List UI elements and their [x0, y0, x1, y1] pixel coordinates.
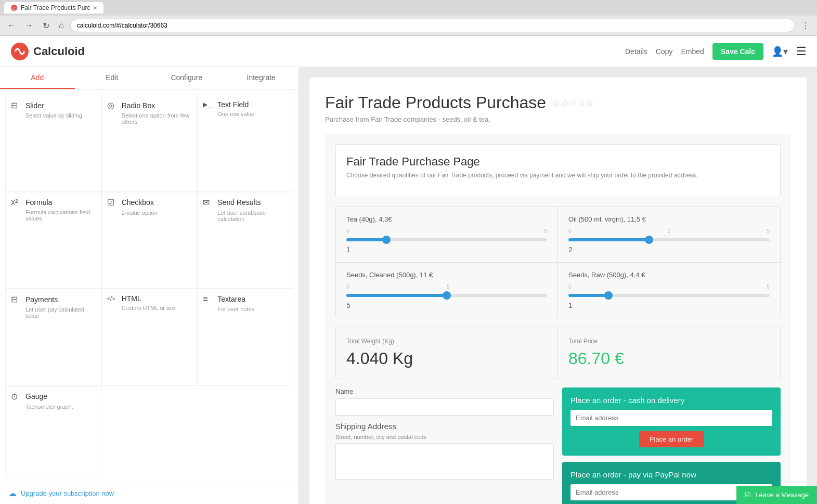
tool-formula[interactable]: x² Formula Formula calculations field va…: [5, 192, 101, 289]
shipping-field-wrapper: Shipping Address Street, number, city an…: [335, 422, 554, 481]
formula-desc: Formula calculations field values: [11, 209, 96, 222]
logo-text: Calculoid: [33, 45, 85, 58]
slider-seeds-raw-track[interactable]: [568, 294, 770, 297]
embed-link[interactable]: Embed: [681, 47, 704, 56]
slider-tea: Tea (40g), 4,3€ 05 1: [336, 207, 558, 263]
browser-tab-close[interactable]: ✕: [93, 5, 97, 11]
slider-seeds-raw-thumb[interactable]: [604, 291, 613, 300]
save-calc-button[interactable]: Save Calc: [712, 43, 763, 60]
payment-cash-button[interactable]: Place an order: [639, 431, 704, 447]
gauge-desc: Tachometer graph.: [11, 404, 96, 410]
slider-seeds-cleaned-track[interactable]: [346, 294, 547, 297]
tool-checkbox[interactable]: ☑ Checkbox 2-value option: [101, 192, 198, 289]
tool-html[interactable]: </> HTML Custom HTML or text: [101, 289, 198, 386]
leave-message-label: Leave a Message: [755, 491, 809, 499]
textfield-label: Text Field: [217, 100, 249, 109]
radio-desc: Select one option from few others: [107, 112, 192, 125]
tab-edit[interactable]: Edit: [75, 67, 150, 89]
copy-link[interactable]: Copy: [656, 47, 673, 56]
payment-cash-section: Place an order - cash on delivery Place …: [562, 387, 781, 456]
slider-seeds-cleaned-value: 5: [346, 301, 547, 309]
slider-tea-track[interactable]: [346, 238, 547, 241]
upgrade-icon: ☁: [8, 488, 17, 498]
slider-seeds-cleaned-thumb[interactable]: [443, 291, 451, 300]
calc-inner: Fair Trade Purchase Page Choose desired …: [325, 134, 791, 504]
form-section: Name Shipping Address Street, number, ci…: [335, 387, 554, 504]
reload-button[interactable]: ↻: [40, 20, 53, 32]
calc-title: Fair Trade Products Purchase ☆☆☆☆☆: [325, 93, 791, 112]
user-icon[interactable]: 👤▾: [772, 46, 788, 57]
browser-tab[interactable]: C Fair Trade Products Purc ✕: [4, 2, 103, 14]
app-header: Calculoid Details Copy Embed Save Calc 👤…: [0, 36, 817, 67]
result-weight-value: 4.040 Kg: [346, 349, 547, 368]
tool-textarea[interactable]: ≡ Textarea For user notes: [197, 289, 293, 386]
slider-seeds-cleaned: Seeds, Cleaned (500g), 11 € 05 5: [336, 263, 558, 318]
name-field-input[interactable]: [335, 398, 554, 416]
menu-icon[interactable]: ☰: [796, 45, 807, 58]
result-weight-label: Total Weight (Kg): [346, 338, 547, 345]
name-field-label: Name: [335, 387, 554, 395]
send-icon: ✉: [203, 198, 213, 208]
more-button[interactable]: ⋮: [798, 20, 813, 32]
calc-title-text: Fair Trade Products Purchase: [325, 93, 546, 112]
slider-tea-value: 1: [346, 245, 547, 254]
result-weight-cell: Total Weight (Kg) 4.040 Kg: [336, 327, 558, 379]
svg-text:C: C: [12, 6, 16, 11]
tab-add[interactable]: Add: [0, 67, 75, 89]
slider-oil-track[interactable]: [568, 238, 770, 241]
sidebar-tools: ⊟ Slider Select value by sliding ◎ Radio…: [0, 89, 299, 482]
checkbox-desc: 2-value option: [107, 210, 192, 216]
shipping-field-desc: Street, number, city and postal code: [335, 434, 554, 440]
shipping-field-input[interactable]: [335, 443, 554, 480]
tool-radio-box[interactable]: ◎ Radio Box Select one option from few o…: [101, 95, 198, 192]
leave-message-checkbox-icon: ☑: [745, 491, 751, 499]
slider-seeds-cleaned-label: Seeds, Cleaned (500g), 11 €: [346, 271, 547, 279]
logo: Calculoid: [10, 42, 85, 61]
radio-icon: ◎: [107, 100, 118, 110]
name-field-wrapper: Name: [335, 387, 554, 416]
payment-cash-title: Place an order - cash on delivery: [570, 396, 772, 405]
slider-oil-fill: [568, 238, 649, 241]
sidebar: Add Edit Configure Integrate ⊟ Slider Se…: [0, 67, 299, 504]
home-button[interactable]: ⌂: [56, 20, 67, 31]
slider-desc: Select value by sliding: [11, 112, 96, 119]
tool-gauge[interactable]: ⊙ Gauge Tachometer graph.: [5, 386, 101, 477]
formula-icon: x²: [11, 198, 21, 207]
tool-send-results[interactable]: ✉ Send Results Let user sand/save calcul…: [197, 192, 293, 289]
slider-tea-label: Tea (40g), 4,3€: [346, 215, 547, 223]
sidebar-tabs: Add Edit Configure Integrate: [0, 67, 299, 89]
send-desc: Let user sand/save calculation: [203, 210, 288, 222]
tab-configure[interactable]: Configure: [149, 67, 224, 89]
send-label: Send Results: [217, 198, 261, 206]
slider-tea-minmax: 05: [346, 228, 547, 234]
payments-desc: Let user pay calculated value: [11, 306, 96, 319]
slider-oil-thumb[interactable]: [645, 236, 653, 244]
tool-text-field[interactable]: ▶_ Text Field One row value: [197, 95, 293, 192]
tab-integrate[interactable]: Integrate: [224, 67, 299, 89]
forward-button[interactable]: →: [22, 20, 36, 31]
slider-seeds-raw: Seeds, Raw (500g), 4,4 € 05 1: [558, 263, 780, 318]
preview-area: Fair Trade Products Purchase ☆☆☆☆☆ Purch…: [299, 67, 817, 504]
textarea-label: Textarea: [217, 295, 245, 303]
slider-seeds-raw-minmax: 05: [568, 284, 770, 290]
header-nav: Details Copy Embed Save Calc 👤▾ ☰: [625, 43, 807, 60]
address-bar[interactable]: [70, 19, 795, 32]
payments-label: Payments: [25, 295, 58, 304]
calc-section-title: Fair Trade Purchase Page: [346, 155, 770, 169]
payment-cash-email-input[interactable]: [570, 410, 772, 426]
slider-oil-label: Oil (500 ml, virgin), 11,5 €: [568, 215, 770, 223]
textfield-icon: ▶_: [203, 101, 213, 108]
tool-payments[interactable]: ⊟ Payments Let user pay calculated value: [5, 289, 101, 386]
back-button[interactable]: ←: [4, 20, 19, 31]
leave-message-bar[interactable]: ☑ Leave a Message: [736, 486, 817, 504]
tool-slider[interactable]: ⊟ Slider Select value by sliding: [5, 95, 101, 192]
slider-label: Slider: [25, 101, 44, 110]
slider-tea-thumb[interactable]: [382, 236, 391, 244]
results-grid: Total Weight (Kg) 4.040 Kg Total Price 8…: [335, 327, 781, 379]
gauge-label: Gauge: [25, 392, 47, 400]
details-link[interactable]: Details: [625, 47, 647, 56]
slider-seeds-cleaned-minmax: 05: [346, 284, 547, 290]
calc-stars: ☆☆☆☆☆: [552, 97, 594, 109]
calculator-card: Fair Trade Products Purchase ☆☆☆☆☆ Purch…: [309, 77, 807, 504]
sidebar-footer[interactable]: ☁ Upgrade your subscription now: [0, 482, 299, 504]
